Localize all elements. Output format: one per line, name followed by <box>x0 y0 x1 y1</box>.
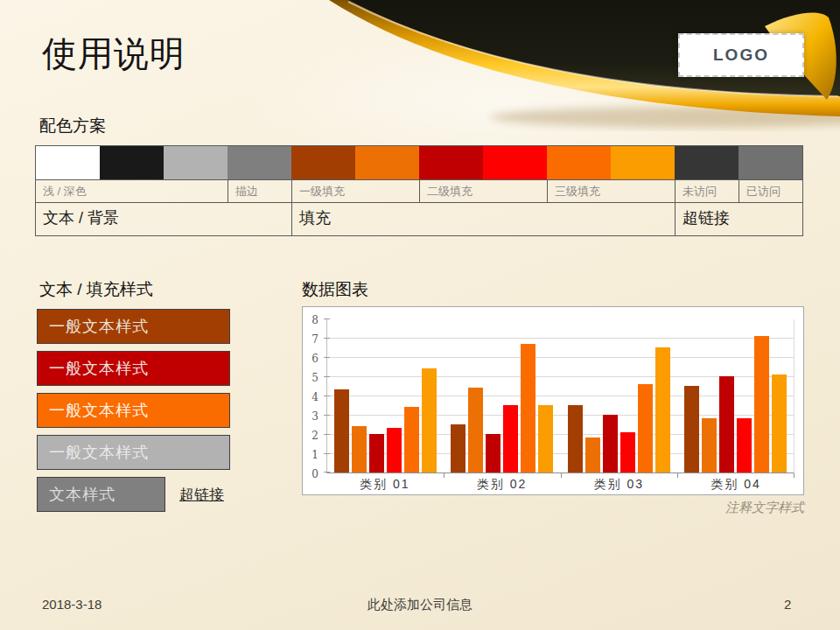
chart: 012345678 类别 01类别 02类别 03类别 04 <box>302 306 804 495</box>
chart-bar <box>638 384 653 472</box>
color-swatch <box>100 146 164 179</box>
swatch-group-label: 一级填充 <box>291 180 419 202</box>
swatch-group-label: 二级填充 <box>419 180 547 202</box>
x-axis-label: 类别 03 <box>561 477 678 493</box>
text-styles-heading: 文本 / 填充样式 <box>39 278 153 301</box>
color-swatch <box>355 146 419 179</box>
y-tick-mark <box>324 472 330 472</box>
y-tick-mark <box>324 376 330 377</box>
swatch-group-label: 浅 / 深色 <box>36 180 228 202</box>
chart-bar <box>521 344 536 472</box>
y-tick-mark <box>324 338 330 339</box>
chart-y-axis: 012345678 <box>303 319 322 473</box>
swatch-group-label: 三级填充 <box>547 180 675 202</box>
chart-bar <box>538 405 553 472</box>
color-swatch <box>291 146 355 179</box>
color-swatch <box>738 146 802 179</box>
chart-bar <box>772 374 787 472</box>
logo-box: LOGO <box>678 33 804 77</box>
y-tick-mark <box>324 434 330 435</box>
swatch-group-labels: 浅 / 深色描边一级填充二级填充三级填充未访问已访问 <box>36 179 802 203</box>
y-tick-label: 3 <box>312 410 318 423</box>
chart-bar <box>737 418 752 472</box>
color-swatch <box>164 146 228 179</box>
color-swatch <box>611 146 675 179</box>
hyperlink-link[interactable]: 超链接 <box>179 485 224 505</box>
chart-bar <box>387 428 402 472</box>
chart-bar <box>334 389 349 472</box>
chart-bar <box>486 434 500 472</box>
chart-category-group <box>444 319 560 472</box>
y-tick-label: 4 <box>312 391 318 403</box>
color-swatch <box>419 146 483 179</box>
chart-bar <box>585 438 600 472</box>
color-scheme-heading: 配色方案 <box>39 115 106 137</box>
logo-text: LOGO <box>713 46 769 64</box>
color-swatch <box>675 146 738 179</box>
y-tick-mark <box>324 396 330 396</box>
text-style-small-box: 文本样式 <box>37 477 165 512</box>
chart-category-group <box>677 319 794 472</box>
chart-category-group <box>327 319 444 472</box>
chart-bar <box>655 347 670 472</box>
color-swatch <box>228 146 291 179</box>
text-style-box: 一般文本样式 <box>37 309 230 344</box>
chart-bar <box>620 432 635 472</box>
color-swatch <box>547 146 611 179</box>
x-axis-label: 类别 04 <box>677 477 794 493</box>
y-tick-label: 8 <box>312 314 318 326</box>
footer-page-number: 2 <box>784 597 791 612</box>
x-axis-label: 类别 02 <box>444 477 561 493</box>
chart-bar <box>503 405 518 472</box>
chart-bar <box>468 388 483 472</box>
y-tick-label: 7 <box>312 333 318 346</box>
x-axis-label: 类别 01 <box>326 477 444 493</box>
chart-bar <box>603 415 618 472</box>
color-swatch <box>36 146 100 179</box>
swatch-group-label: 未访问 <box>675 180 738 202</box>
chart-caption: 注释文字样式 <box>302 500 804 516</box>
y-tick-label: 0 <box>312 468 318 480</box>
chart-groups <box>327 319 794 472</box>
chart-bar <box>568 405 583 472</box>
y-tick-label: 1 <box>312 449 318 461</box>
y-tick-mark <box>324 453 330 454</box>
chart-bar <box>422 368 437 472</box>
text-style-box: 一般文本样式 <box>37 435 230 470</box>
swatch-usage-label: 填充 <box>291 203 675 235</box>
swatch-group-label: 描边 <box>228 180 291 202</box>
y-tick-label: 6 <box>312 353 318 365</box>
swatch-usage-label: 文本 / 背景 <box>36 203 291 235</box>
chart-plot-area <box>326 319 794 473</box>
swatch-strip <box>36 146 802 179</box>
chart-category-group <box>561 319 677 472</box>
text-style-boxes: 一般文本样式一般文本样式一般文本样式一般文本样式文本样式超链接 <box>37 309 230 512</box>
chart-bar <box>369 434 384 472</box>
chart-bar <box>404 407 419 472</box>
chart-bar <box>719 376 734 472</box>
y-tick-label: 2 <box>312 430 318 442</box>
text-style-box: 一般文本样式 <box>37 351 230 386</box>
footer-company: 此处添加公司信息 <box>0 597 840 613</box>
chart-bar <box>702 418 717 472</box>
page-title: 使用说明 <box>42 30 186 78</box>
chart-bar <box>754 336 769 472</box>
swatch-usage-label: 超链接 <box>675 203 802 235</box>
y-tick-mark <box>324 318 330 319</box>
chart-bar <box>352 426 367 472</box>
text-style-last-row: 文本样式超链接 <box>37 477 230 512</box>
y-tick-mark <box>324 357 330 358</box>
chart-bar <box>684 386 699 472</box>
color-swatch <box>483 146 547 179</box>
chart-bar <box>451 424 466 472</box>
y-tick-label: 5 <box>312 372 318 384</box>
y-tick-mark <box>324 415 330 416</box>
swatch-usage-labels: 文本 / 背景填充超链接 <box>36 203 802 235</box>
text-style-box: 一般文本样式 <box>37 393 230 428</box>
chart-heading: 数据图表 <box>302 278 368 301</box>
chart-x-labels: 类别 01类别 02类别 03类别 04 <box>326 477 794 493</box>
slide: LOGO 使用说明 配色方案 浅 / 深色描边一级填充二级填充三级填充未访问已访… <box>0 0 840 630</box>
swatch-group-label: 已访问 <box>738 180 802 202</box>
color-scheme-table: 浅 / 深色描边一级填充二级填充三级填充未访问已访问 文本 / 背景填充超链接 <box>35 145 803 236</box>
